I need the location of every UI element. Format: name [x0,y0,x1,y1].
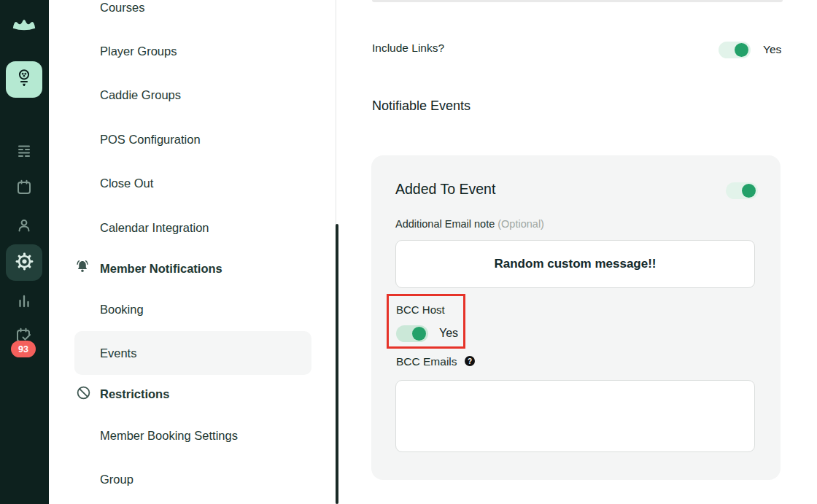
email-note-input[interactable] [395,240,755,288]
help-question-icon[interactable]: ? [465,356,475,366]
rail-item-settings[interactable] [6,244,42,281]
no-symbol-icon [75,384,91,400]
nav-item-booking[interactable]: Booking [100,301,144,317]
include-links-state: Yes [763,43,781,56]
nav-item-member-notifications[interactable]: Member Notifications [100,260,222,276]
bcc-emails-label: BCC Emails [396,355,457,368]
toggle-knob [412,327,426,341]
include-links-label: Include Links? [372,42,444,55]
bcc-emails-textarea[interactable] [395,380,755,452]
gear-icon [15,252,34,274]
nav-item-courses[interactable]: Courses [100,0,144,15]
email-note-optional: (Optional) [497,218,544,230]
nav-item-group[interactable]: Group [100,471,133,487]
main-content: Include Links? Yes Notifiable Events Add… [337,0,817,504]
tee-sheet-icon[interactable] [15,142,33,160]
reports-chart-icon[interactable] [15,292,33,310]
nav-item-events-selected[interactable]: Events [74,331,311,375]
golf-ball-on-tee-icon [14,68,34,91]
toggle-knob [742,184,756,198]
members-icon[interactable] [15,217,33,234]
added-to-event-card: Added To Event Additional Email note (Op… [371,155,781,480]
nav-item-player-groups[interactable]: Player Groups [100,43,177,59]
annotation-highlight-box: BCC Host Yes [387,294,465,349]
nav-item-caddie-groups[interactable]: Caddie Groups [100,87,181,103]
bell-icon [74,259,90,275]
nav-item-events-label: Events [100,346,136,360]
section-title: Notifiable Events [372,98,471,114]
cut-off-field-bottom [372,0,783,2]
email-note-label: Additional Email note [395,218,495,230]
nav-item-restrictions[interactable]: Restrictions [100,386,169,402]
rail-item-golf-tee[interactable] [6,61,42,98]
nav-item-member-booking-settings[interactable]: Member Booking Settings [100,427,238,443]
toggle-knob [735,43,748,57]
bcc-host-state: Yes [439,327,458,340]
include-links-toggle[interactable] [719,42,751,58]
settings-nav: Courses Player Groups Caddie Groups POS … [49,0,336,504]
notification-count-badge: 93 [11,341,36,357]
calendar-icon[interactable] [15,179,33,196]
card-title: Added To Event [395,181,495,198]
app-rail: 93 [0,0,49,504]
email-note-label-row: Additional Email note (Optional) [395,218,544,230]
crown-logo-icon [10,15,38,34]
added-to-event-toggle[interactable] [726,182,758,199]
nav-scrollbar-thumb[interactable] [336,224,338,504]
nav-item-calendar-integration[interactable]: Calendar Integration [100,220,209,236]
nav-item-close-out[interactable]: Close Out [100,175,153,191]
bcc-host-label: BCC Host [396,303,445,316]
nav-item-pos-configuration[interactable]: POS Configuration [100,131,201,147]
app-window: 93 Courses Player Groups Caddie Groups P… [0,0,817,504]
bcc-host-toggle[interactable] [396,325,428,342]
